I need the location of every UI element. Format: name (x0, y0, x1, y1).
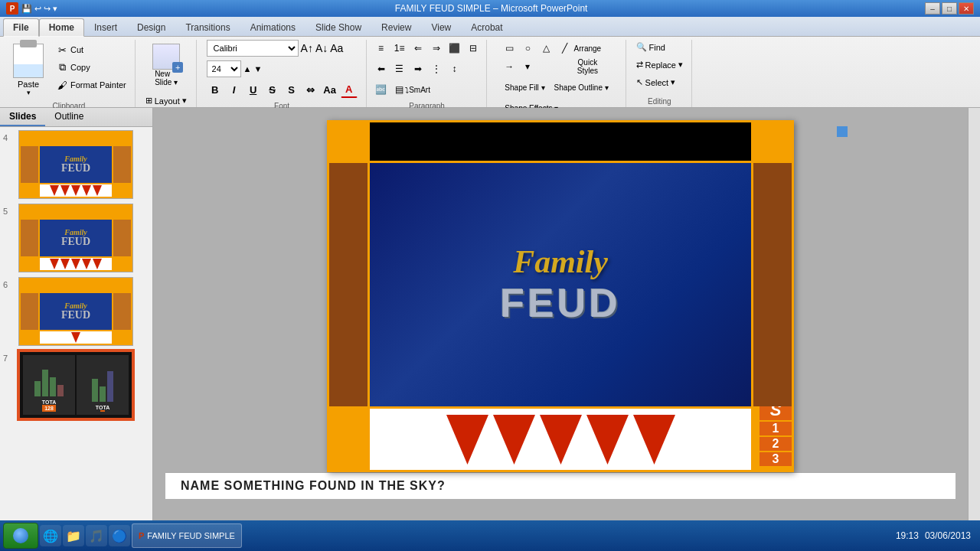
underline-button[interactable]: U (245, 81, 262, 98)
vertical-scrollbar[interactable] (968, 108, 980, 533)
font-color-button[interactable]: A (341, 81, 358, 98)
justify-button[interactable]: ⋮ (428, 60, 445, 77)
center-4: Family FEUD (40, 146, 111, 183)
font-down-icon[interactable]: ▼ (253, 64, 262, 73)
decrease-indent-button[interactable]: ⇐ (410, 40, 426, 57)
slide-item-4[interactable]: 4 Family FEUD (3, 130, 149, 199)
smartart-button[interactable]: ⬛ (446, 40, 463, 57)
arrange-button[interactable]: Arrange (579, 40, 596, 57)
taskbar-explorer[interactable]: 📁 (63, 525, 84, 546)
tab-review[interactable]: Review (371, 18, 421, 36)
font-family-select[interactable]: Calibri (207, 40, 299, 57)
taskbar-ie[interactable]: 🌐 (40, 525, 61, 546)
align-left-button[interactable]: ⬅ (373, 60, 390, 77)
new-slide-button[interactable]: + NewSlide ▾ (147, 40, 185, 90)
triangle-button[interactable]: △ (537, 40, 554, 57)
canvas-content: Family FEUD (153, 108, 968, 533)
replace-button[interactable]: ⇄ Replace ▾ (632, 57, 687, 72)
clipboard-group: Paste ▾ ✂ Cut ⧉ Copy (3, 40, 136, 107)
arrow-button[interactable]: → (501, 58, 518, 75)
chevron-2 (60, 185, 70, 196)
text-direction-button[interactable]: ↕ (446, 60, 463, 77)
big-chevron-4-wrap (586, 415, 629, 465)
score-bars-left (31, 358, 67, 399)
start-button[interactable] (3, 523, 38, 549)
big-chevrons (370, 409, 751, 470)
minimize-button[interactable]: – (925, 2, 940, 15)
clear-format-icon[interactable]: Aa (330, 42, 343, 54)
logo-family-text: Family (500, 243, 621, 280)
numbering-button[interactable]: 1≡ (391, 40, 408, 57)
corner-tl (21, 132, 38, 145)
slide-thumb-5[interactable]: Family FEUD (18, 204, 133, 272)
align-right-button[interactable]: ➡ (410, 60, 426, 77)
rectangle-button[interactable]: ▭ (501, 40, 518, 57)
columns-button[interactable]: ⊟ (465, 40, 482, 57)
tab-transitions[interactable]: Transitions (175, 18, 240, 36)
layout-button[interactable]: ⊞ Layout ▾ (142, 93, 191, 108)
strikethrough-button[interactable]: S (264, 81, 281, 98)
quick-styles-button[interactable]: Quick Styles (579, 58, 596, 75)
corner-br (113, 184, 131, 197)
ribbon-tabs: File Home Insert Design Transitions Anim… (0, 17, 980, 37)
taskbar: 🌐 📁 🎵 🔵 P FAMILY FEUD SIMPLE 19:13 03/06… (0, 520, 980, 551)
copy-button[interactable]: ⧉ Copy (52, 59, 130, 76)
layout-label: Layout (155, 96, 180, 106)
tab-insert[interactable]: Insert (84, 18, 127, 36)
panel-tab-outline[interactable]: Outline (45, 108, 93, 126)
font-size-select[interactable]: 24 (207, 60, 241, 77)
slide-thumb-4[interactable]: Family FEUD (18, 130, 133, 199)
taskbar-powerpoint[interactable]: P FAMILY FEUD SIMPLE (132, 523, 242, 548)
more-shapes-button[interactable]: ▾ (519, 58, 536, 75)
text-direction2-button[interactable]: 🔤 (373, 81, 390, 98)
font-row-3: B I U S S ⇔ Aa A (207, 81, 358, 98)
slide-item-6[interactable]: 6 Family FEUD (3, 277, 149, 346)
find-button[interactable]: 🔍 Find (632, 40, 669, 54)
format-painter-button[interactable]: 🖌 Format Painter (52, 77, 130, 93)
slide-item-7[interactable]: 7 TOTA 128 (3, 350, 149, 419)
scoreboard-thumb: TOTA 128 TOTA (20, 352, 132, 418)
italic-button[interactable]: I (226, 81, 243, 98)
tab-acrobat[interactable]: Acrobat (461, 18, 512, 36)
paste-arrow: ▾ (27, 89, 31, 96)
shape-fill-button[interactable]: Shape Fill ▾ (501, 79, 548, 96)
taskbar-media[interactable]: 🎵 (86, 525, 107, 546)
shadow-button[interactable]: S (283, 81, 300, 98)
slide-item-5[interactable]: 5 Family FEUD (3, 204, 149, 272)
font-grow-icon[interactable]: A↑ (301, 42, 313, 54)
increase-indent-button[interactable]: ⇒ (428, 40, 445, 57)
select-button[interactable]: ↖ Select ▾ (632, 75, 680, 90)
grid-corner-tl (329, 122, 368, 161)
slide-thumb-7[interactable]: TOTA 128 TOTA (18, 350, 133, 419)
bullets-button[interactable]: ≡ (373, 40, 390, 57)
font-shrink-icon[interactable]: A↓ (315, 42, 328, 54)
slide-thumb-6[interactable]: Family FEUD (18, 277, 133, 346)
align-center-button[interactable]: ☰ (391, 60, 408, 77)
tab-slideshow[interactable]: Slide Show (305, 18, 371, 36)
cut-button[interactable]: ✂ Cut (52, 41, 130, 58)
shape-outline-button[interactable]: Shape Outline ▾ (550, 79, 612, 96)
tab-design[interactable]: Design (127, 18, 175, 36)
tab-view[interactable]: View (421, 18, 461, 36)
tab-home[interactable]: Home (39, 18, 84, 37)
tab-animations[interactable]: Animations (240, 18, 305, 36)
line-button[interactable]: ╱ (556, 40, 573, 57)
main-slide-canvas[interactable]: Family FEUD (327, 120, 794, 472)
close-button[interactable]: ✕ (959, 2, 974, 15)
paste-button[interactable]: Paste ▾ (8, 40, 49, 100)
convert-smartart-button[interactable]: ⤵SmArt (410, 81, 426, 98)
maximize-button[interactable]: □ (942, 2, 957, 15)
circle-button[interactable]: ○ (519, 40, 536, 57)
paste-icon (13, 44, 44, 78)
side-right-4 (113, 146, 131, 183)
layout-icon: ⊞ (145, 96, 152, 106)
spacing-button[interactable]: ⇔ (302, 81, 319, 98)
case-button[interactable]: Aa (322, 81, 338, 98)
bold-button[interactable]: B (207, 81, 224, 98)
panel-tab-slides[interactable]: Slides (0, 108, 45, 126)
taskbar-chrome[interactable]: 🔵 (109, 525, 130, 546)
ribbon-content: Paste ▾ ✂ Cut ⧉ Copy (0, 37, 980, 107)
tab-file[interactable]: File (3, 18, 39, 37)
font-up-icon[interactable]: ▲ (243, 64, 252, 73)
bar-3 (50, 377, 56, 396)
